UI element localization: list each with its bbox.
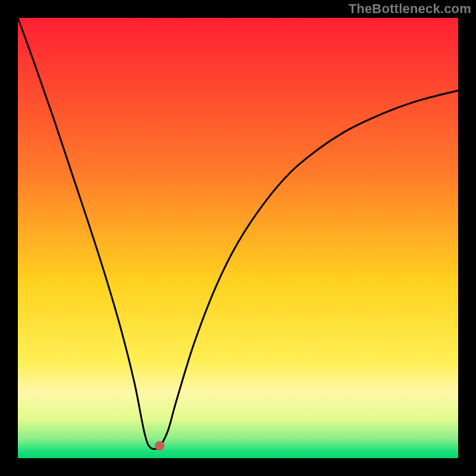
watermark-text: TheBottleneck.com	[349, 1, 471, 17]
gradient-background	[18, 18, 458, 458]
min-marker	[155, 441, 164, 450]
chart-frame: TheBottleneck.com	[0, 0, 476, 476]
plot-area	[18, 18, 458, 458]
chart-svg	[18, 18, 458, 458]
